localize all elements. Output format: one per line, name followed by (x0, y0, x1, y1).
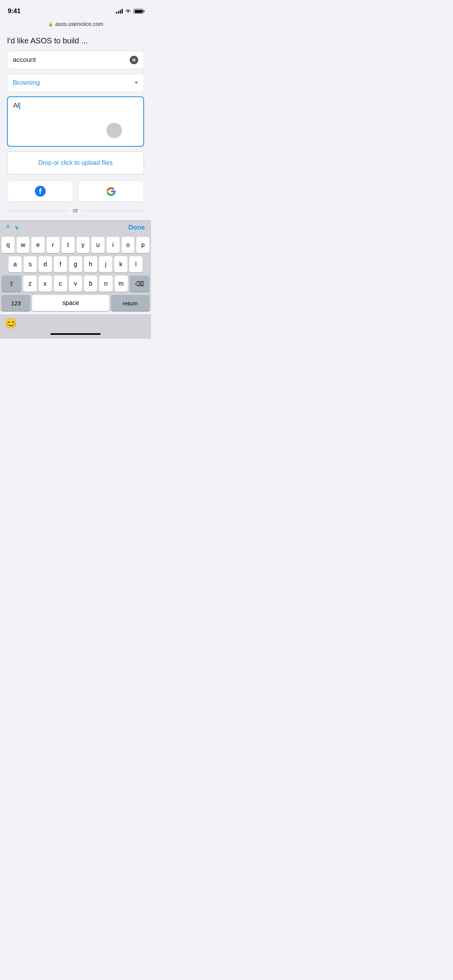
key-k[interactable]: k (114, 256, 127, 272)
status-time: 9:41 (8, 7, 21, 15)
text-cursor (19, 102, 20, 110)
home-indicator (50, 333, 101, 335)
keyboard-row-4: 123 space return (2, 295, 149, 311)
key-r[interactable]: r (46, 237, 60, 253)
file-upload-area[interactable]: Drop or click to upload files (7, 151, 144, 175)
key-t[interactable]: t (62, 237, 75, 253)
key-d[interactable]: d (39, 256, 52, 272)
keyboard-row-1: q w e r t y u i o p (2, 237, 149, 253)
key-q[interactable]: q (2, 237, 15, 253)
key-m[interactable]: m (115, 276, 128, 292)
key-e[interactable]: e (31, 237, 45, 253)
key-u[interactable]: u (91, 237, 105, 253)
key-y[interactable]: y (77, 237, 90, 253)
search-value: account (13, 56, 36, 64)
battery-icon (134, 9, 143, 14)
key-x[interactable]: x (39, 276, 52, 292)
idea-textarea[interactable]: Al (7, 96, 144, 147)
google-icon (106, 186, 117, 197)
toolbar-navigation: ^ v (6, 224, 19, 231)
key-v[interactable]: v (69, 276, 82, 292)
divider-line-left (7, 211, 68, 211)
textarea-value: Al (13, 102, 20, 109)
url-bar: 🔒 asos.uservoice.com (0, 19, 151, 30)
google-login-button[interactable] (78, 181, 144, 202)
key-g[interactable]: g (69, 256, 82, 272)
status-icons (116, 9, 143, 14)
emoji-button[interactable]: 😊 (5, 317, 17, 329)
key-l[interactable]: l (129, 256, 142, 272)
touch-indicator (106, 123, 122, 138)
bottom-area: 😊 (0, 314, 151, 339)
dropdown-selected: Browsing (13, 79, 40, 87)
key-f[interactable]: f (54, 256, 67, 272)
or-text: or (73, 207, 78, 214)
keyboard-row-2: a s d f g h j k l (2, 256, 149, 272)
upload-label: Drop or click to upload files (38, 159, 113, 166)
page-title: I'd like ASOS to build ... (7, 36, 144, 45)
signal-icon (116, 9, 123, 14)
space-key[interactable]: space (32, 295, 109, 311)
or-divider: or (7, 207, 144, 214)
key-s[interactable]: s (24, 256, 37, 272)
return-key[interactable]: return (111, 295, 149, 311)
chevron-down-icon (134, 82, 138, 84)
key-j[interactable]: j (99, 256, 112, 272)
key-c[interactable]: c (54, 276, 67, 292)
prev-field-button[interactable]: ^ (6, 224, 10, 231)
key-a[interactable]: a (9, 256, 22, 272)
keyboard-done-button[interactable]: Done (129, 224, 145, 231)
key-h[interactable]: h (84, 256, 97, 272)
next-field-button[interactable]: v (15, 224, 19, 231)
divider-line-right (83, 211, 144, 211)
key-i[interactable]: i (106, 237, 120, 253)
shift-key[interactable]: ⇧ (2, 276, 21, 292)
key-w[interactable]: w (17, 237, 30, 253)
status-bar: 9:41 (0, 0, 151, 19)
keyboard-row-3: ⇧ z x c v b n m ⌫ (2, 276, 149, 292)
key-b[interactable]: b (84, 276, 97, 292)
url-text: asos.uservoice.com (55, 21, 103, 27)
delete-key[interactable]: ⌫ (130, 276, 149, 292)
clear-button[interactable] (130, 56, 138, 64)
numbers-key[interactable]: 123 (2, 295, 30, 311)
key-n[interactable]: n (99, 276, 112, 292)
social-login-buttons (7, 181, 144, 202)
keyboard: q w e r t y u i o p a s d f g h j k l ⇧ … (0, 235, 151, 311)
search-input-wrapper[interactable]: account (7, 51, 144, 69)
lock-icon: 🔒 (48, 22, 53, 27)
wifi-icon (125, 9, 131, 14)
keyboard-toolbar: ^ v Done (0, 220, 151, 235)
category-dropdown[interactable]: Browsing (7, 74, 144, 92)
facebook-icon (35, 186, 46, 197)
key-o[interactable]: o (122, 237, 135, 253)
key-z[interactable]: z (23, 276, 36, 292)
main-content: I'd like ASOS to build ... account Brows… (0, 30, 151, 220)
facebook-login-button[interactable] (7, 181, 73, 202)
key-p[interactable]: p (136, 237, 149, 253)
